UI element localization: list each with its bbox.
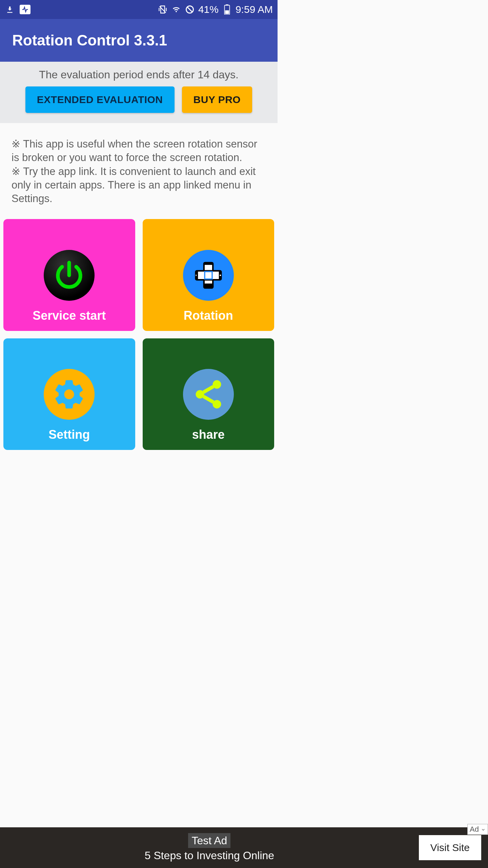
svg-line-17 [203,387,213,392]
share-label: share [192,428,225,442]
power-icon [44,250,95,301]
svg-point-11 [220,275,221,276]
vibrate-off-icon [158,4,168,15]
no-sim-icon [185,4,195,15]
extended-evaluation-button[interactable]: EXTENDED EVALUATION [25,86,175,113]
evaluation-banner: The evaluation period ends after 14 days… [0,62,278,123]
svg-point-13 [67,392,72,397]
battery-percentage: 41% [198,4,219,15]
gear-icon [44,369,95,420]
download-icon [5,4,15,15]
svg-rect-5 [225,11,229,14]
setting-label: Setting [48,428,90,442]
svg-rect-4 [226,4,228,5]
tile-grid: Service start Rotation Setting share [0,219,278,450]
rotation-tile[interactable]: Rotation [143,219,274,331]
clock: 9:59 AM [236,4,273,15]
svg-point-16 [212,400,221,409]
evaluation-message: The evaluation period ends after 14 days… [0,68,278,81]
svg-point-15 [196,390,204,399]
service-start-tile[interactable]: Service start [3,219,135,331]
svg-line-18 [203,397,213,402]
description: ※ This app is useful when the screen rot… [0,123,278,219]
status-bar: 41% 9:59 AM [0,0,278,19]
evaluation-buttons: EXTENDED EVALUATION BUY PRO [0,86,278,113]
svg-point-14 [212,380,221,389]
svg-line-2 [187,7,192,12]
activity-icon [20,5,30,14]
svg-rect-9 [198,272,219,279]
service-start-label: Service start [33,309,106,323]
buy-pro-button[interactable]: BUY PRO [182,86,252,113]
rotation-label: Rotation [184,309,233,323]
description-line-2: ※ Try the app link. It is convenient to … [12,165,266,206]
status-right: 41% 9:59 AM [158,4,273,15]
share-icon [183,369,234,420]
app-title: Rotation Control 3.3.1 [12,32,167,49]
battery-icon [222,4,232,15]
share-tile[interactable]: share [143,338,274,450]
rotation-icon [183,250,234,301]
svg-rect-12 [196,275,196,276]
setting-tile[interactable]: Setting [3,338,135,450]
app-bar: Rotation Control 3.3.1 [0,19,278,62]
status-left-icons [5,4,30,15]
description-line-1: ※ This app is useful when the screen rot… [12,137,266,165]
wifi-icon [171,4,181,15]
